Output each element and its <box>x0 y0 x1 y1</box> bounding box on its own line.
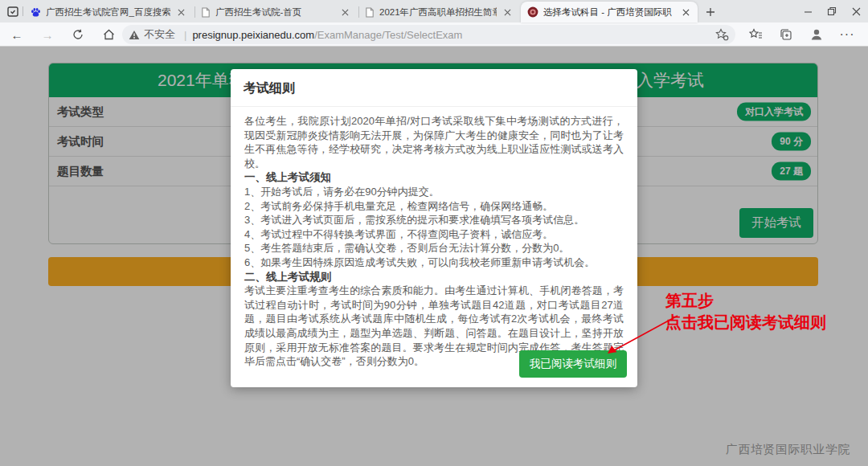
tab-actions-menu-icon[interactable] <box>6 5 19 18</box>
close-icon[interactable] <box>175 6 186 18</box>
url-path[interactable]: /ExamManage/Test/SelectExam <box>314 29 462 41</box>
tab-title: 广西招生考试院-首页 <box>215 6 334 18</box>
annotation-instruction: 点击我已阅读考试细则 <box>665 312 826 333</box>
browser-toolbar: ← → 不安全 | presignup.peixianedu.com /Exam… <box>0 22 868 47</box>
close-icon[interactable] <box>502 6 513 18</box>
tab-danzhao-guide[interactable]: 2021年广西高职单招招生简章及 <box>358 2 519 22</box>
watermark-school-name: 广西培贤国际职业学院 <box>726 442 850 457</box>
divider <box>23 6 23 16</box>
back-icon[interactable]: ← <box>8 26 26 43</box>
tab-strip: 广西招生考试院官网_百度搜索 广西招生考试院-首页 2021年广西高职单招招生简… <box>0 0 868 22</box>
browser-window: 广西招生考试院官网_百度搜索 广西招生考试院-首页 2021年广西高职单招招生简… <box>0 0 868 466</box>
minimize-button[interactable] <box>796 0 820 22</box>
tab-title: 选择考试科目 - 广西培贤国际职 <box>543 6 675 18</box>
refresh-icon[interactable] <box>69 26 87 43</box>
not-secure-label[interactable]: 不安全 <box>144 27 175 42</box>
modal-body: 各位考生，我院原计划2020年单招/对口考试采取线下集中考场测试的方式进行，现因… <box>231 107 637 369</box>
tab-select-exam-active[interactable]: 选择考试科目 - 广西培贤国际职 <box>521 2 698 22</box>
divider: | <box>184 29 186 41</box>
rules-section2-title: 二、线上考试规则 <box>244 270 624 284</box>
rules-section1-title: 一、线上考试须知 <box>244 170 624 185</box>
rules-intro: 各位考生，我院原计划2020年单招/对口考试采取线下集中考场测试的方式进行，现因… <box>244 114 624 170</box>
peixian-logo-icon <box>527 6 538 18</box>
rules-item: 6、如果考生因特殊原因造成考试失败，可以向我校老师重新申请考试机会。 <box>244 255 624 270</box>
baidu-icon <box>31 7 41 18</box>
rules-item: 4、考试过程中不得转换考试界面，不得查阅电子资料，诚信应考。 <box>244 227 624 242</box>
close-window-button[interactable] <box>844 0 868 22</box>
address-bar[interactable]: 不安全 | presignup.peixianedu.com /ExamMana… <box>122 25 735 44</box>
more-menu-icon[interactable]: ··· <box>837 26 857 43</box>
page-icon <box>201 7 211 18</box>
not-secure-warning-icon[interactable] <box>129 30 140 40</box>
tab-title: 广西招生考试院官网_百度搜索 <box>46 6 170 18</box>
window-controls <box>796 0 868 22</box>
add-favorite-icon[interactable] <box>715 28 729 41</box>
modal-title: 考试细则 <box>231 69 637 107</box>
close-icon[interactable] <box>680 6 691 18</box>
collections-icon[interactable] <box>776 26 796 43</box>
annotation-step-label: 第五步 <box>665 290 714 312</box>
tab-gxzs-home[interactable]: 广西招生考试院-首页 <box>194 2 357 22</box>
home-icon[interactable] <box>100 26 117 43</box>
tab-title: 2021年广西高职单招招生简章及 <box>379 6 497 18</box>
favorites-bar-icon[interactable] <box>746 26 765 43</box>
annotation-arrow-icon <box>595 309 685 362</box>
rules-item: 5、考生答题结束后，需确认交卷，否则后台无法计算分数，分数为0。 <box>244 241 624 255</box>
rules-item: 2、考试前务必保持手机电量充足，检查网络信号，确保网络通畅。 <box>244 199 624 214</box>
new-tab-button[interactable] <box>702 4 719 20</box>
profile-avatar-icon[interactable] <box>807 26 826 43</box>
forward-icon[interactable]: → <box>39 26 56 43</box>
tab-baidu-search[interactable]: 广西招生考试院官网_百度搜索 <box>24 2 193 22</box>
restore-button[interactable] <box>820 0 844 22</box>
exam-rules-modal: 考试细则 各位考生，我院原计划2020年单招/对口考试采取线下集中考场测试的方式… <box>231 69 637 387</box>
rules-item: 3、考试进入考试页面后，需按系统的提示和要求准确填写各项考试信息。 <box>244 213 624 227</box>
url-host[interactable]: presignup.peixianedu.com <box>192 29 314 41</box>
close-icon[interactable] <box>339 6 350 18</box>
page-icon <box>365 7 375 18</box>
rules-item: 1、开始考试后，请务必在90分钟内提交。 <box>244 185 624 199</box>
